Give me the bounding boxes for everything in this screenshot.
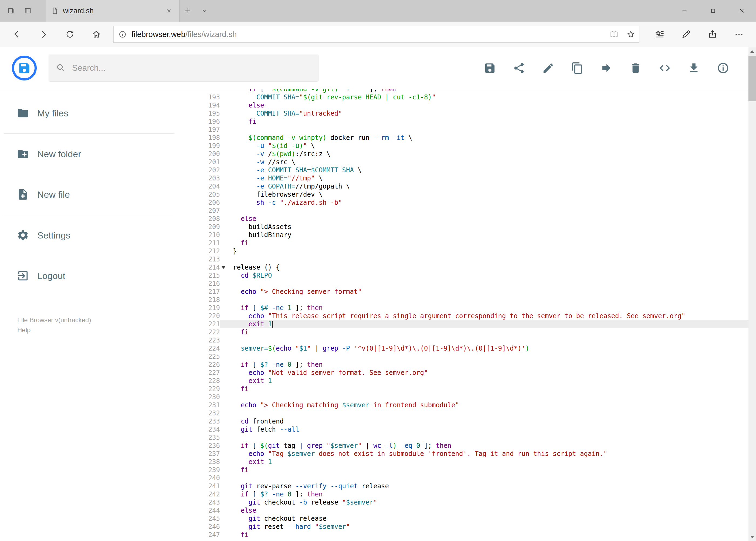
code-line[interactable]: 194 else <box>194 101 756 109</box>
code-line[interactable]: 231 echo "> Checking matching $semver in… <box>194 401 756 409</box>
code-line[interactable]: 211 fi <box>194 239 756 247</box>
share-page-button[interactable] <box>699 22 726 47</box>
code-line[interactable]: 234 git fetch --all <box>194 425 756 433</box>
set-tabs-aside-button[interactable] <box>3 0 19 22</box>
code-line[interactable]: 208 else <box>194 215 756 223</box>
code-line[interactable]: 215 cd $REPO <box>194 271 756 279</box>
code-line[interactable]: 214release () { <box>194 264 756 271</box>
code-line[interactable]: 217 echo "> Checking semver format" <box>194 287 756 296</box>
code-line[interactable]: 205 filebrowser/dev \ <box>194 191 756 199</box>
code-line[interactable]: 213 <box>194 255 756 264</box>
code-line[interactable]: 196 fi <box>194 118 756 126</box>
code-line[interactable]: 237 echo "Tag $semver does not exist in … <box>194 450 756 458</box>
sidebar-item-new-folder[interactable]: New folder <box>0 134 194 174</box>
code-line[interactable]: 206 sh -c "./wizard.sh -b" <box>194 199 756 207</box>
maximize-button[interactable] <box>699 0 727 22</box>
code-line[interactable]: 209 buildAssets <box>194 223 756 231</box>
fold-gutter[interactable] <box>220 264 233 271</box>
code-line[interactable]: 204 -e GOPATH=//tmp/gopath \ <box>194 182 756 191</box>
sidebar-item-my-files[interactable]: My files <box>0 93 194 134</box>
forward-button[interactable] <box>30 22 57 47</box>
code-line[interactable]: 242 if [ $? -ne 0 ]; then <box>194 490 756 498</box>
browser-menu-button[interactable] <box>726 22 752 47</box>
help-link[interactable]: Help <box>17 325 194 335</box>
code-line[interactable]: 247 fi <box>194 531 756 539</box>
copy-button[interactable] <box>571 62 584 75</box>
download-button[interactable] <box>687 62 700 75</box>
code-line[interactable]: 193 COMMIT_SHA="$(git rev-parse HEAD | c… <box>194 93 756 101</box>
code-line[interactable]: 207 <box>194 207 756 215</box>
code-line[interactable]: 222 fi <box>194 328 756 336</box>
code-line[interactable]: 226 if [ $? -ne 0 ]; then <box>194 360 756 369</box>
code-line[interactable]: 218 <box>194 296 756 304</box>
code-line[interactable]: 220 echo "This release script requires a… <box>194 312 756 320</box>
code-line[interactable]: 224 semver=$(echo "$1" | grep -P '^v(0|[… <box>194 344 756 352</box>
home-button[interactable] <box>83 22 110 47</box>
tabs-set-aside-button[interactable] <box>19 0 36 22</box>
code-line[interactable]: 227 echo "Not valid semver format. See s… <box>194 369 756 377</box>
refresh-button[interactable] <box>57 22 83 47</box>
search-input[interactable] <box>72 63 311 73</box>
minimize-button[interactable] <box>670 0 699 22</box>
code-line[interactable]: 229 fi <box>194 385 756 393</box>
code-line[interactable]: 198 $(command -v winpty) docker run --rm… <box>194 134 756 142</box>
code-line[interactable]: 199 -u "$(id -u)" \ <box>194 142 756 150</box>
code-line[interactable]: 239 fi <box>194 466 756 474</box>
share-button[interactable] <box>513 62 526 75</box>
code-line[interactable]: 223 <box>194 336 756 344</box>
code-line[interactable]: 200 -v /$(pwd):/src:z \ <box>194 150 756 158</box>
code-line[interactable]: 202 -e COMMIT_SHA=$COMMIT_SHA \ <box>194 166 756 174</box>
raw-view-button[interactable] <box>658 62 671 75</box>
code-editor[interactable]: if [ "$(command -v git)" != "" ]; then19… <box>194 89 756 541</box>
code-line[interactable]: 238 exit 1 <box>194 458 756 466</box>
code-line[interactable]: 219 if [ $# -ne 1 ]; then <box>194 304 756 312</box>
close-window-button[interactable] <box>727 0 756 22</box>
code-line[interactable]: 236 if [ $(git tag | grep "$semver" | wc… <box>194 442 756 450</box>
code-line[interactable]: 221 exit 1 <box>194 320 756 328</box>
code-line[interactable]: 245 git checkout release <box>194 515 756 523</box>
tab-preview-toggle[interactable] <box>196 0 213 22</box>
scroll-up-button[interactable] <box>748 47 756 55</box>
code-line[interactable]: 228 exit 1 <box>194 377 756 385</box>
site-info-button[interactable] <box>114 26 131 42</box>
move-button[interactable] <box>600 62 613 75</box>
code-line[interactable]: 216 <box>194 279 756 287</box>
search-box[interactable] <box>49 55 319 82</box>
tab-close-button[interactable] <box>163 5 174 16</box>
code-line[interactable]: 235 <box>194 433 756 442</box>
url-field[interactable]: filebrowser.web/files/wizard.sh <box>114 26 639 43</box>
code-line[interactable]: 244 else <box>194 506 756 515</box>
browser-tab[interactable]: wizard.sh <box>46 0 179 22</box>
code-line[interactable]: 195 COMMIT_SHA="untracked" <box>194 109 756 118</box>
scroll-down-button[interactable] <box>748 533 756 541</box>
code-line[interactable]: 241 git rev-parse --verify --quiet relea… <box>194 482 756 490</box>
code-line[interactable]: 240 <box>194 474 756 482</box>
code-line[interactable]: 233 cd frontend <box>194 417 756 425</box>
new-tab-button[interactable] <box>179 0 196 22</box>
code-line[interactable]: 246 git reset --hard "$semver" <box>194 523 756 531</box>
code-line[interactable]: if [ "$(command -v git)" != "" ]; then <box>194 89 756 93</box>
filebrowser-logo[interactable] <box>12 56 37 81</box>
sidebar-item-logout[interactable]: Logout <box>0 256 194 296</box>
hub-button[interactable] <box>646 22 673 47</box>
favorite-button[interactable] <box>623 26 639 42</box>
info-button[interactable] <box>717 62 730 75</box>
save-button[interactable] <box>483 62 496 75</box>
code-line[interactable]: 232 <box>194 409 756 417</box>
code-line[interactable]: 197 <box>194 126 756 134</box>
sidebar-item-settings[interactable]: Settings <box>0 215 194 256</box>
edit-button[interactable] <box>542 62 555 75</box>
code-line[interactable]: 210 buildBinary <box>194 231 756 239</box>
delete-button[interactable] <box>629 62 642 75</box>
back-button[interactable] <box>4 22 30 47</box>
code-line[interactable]: 203 -e HOME="//tmp" \ <box>194 174 756 182</box>
code-line[interactable]: 230 <box>194 393 756 401</box>
annotate-button[interactable] <box>673 22 699 47</box>
code-line[interactable]: 243 git checkout -b release "$semver" <box>194 498 756 506</box>
reading-view-button[interactable] <box>606 26 623 42</box>
code-line[interactable]: 201 -w //src \ <box>194 158 756 166</box>
sidebar-item-new-file[interactable]: New file <box>0 174 194 215</box>
scrollbar-thumb[interactable] <box>748 56 756 101</box>
code-line[interactable]: 225 <box>194 352 756 360</box>
code-line[interactable]: 212} <box>194 247 756 255</box>
